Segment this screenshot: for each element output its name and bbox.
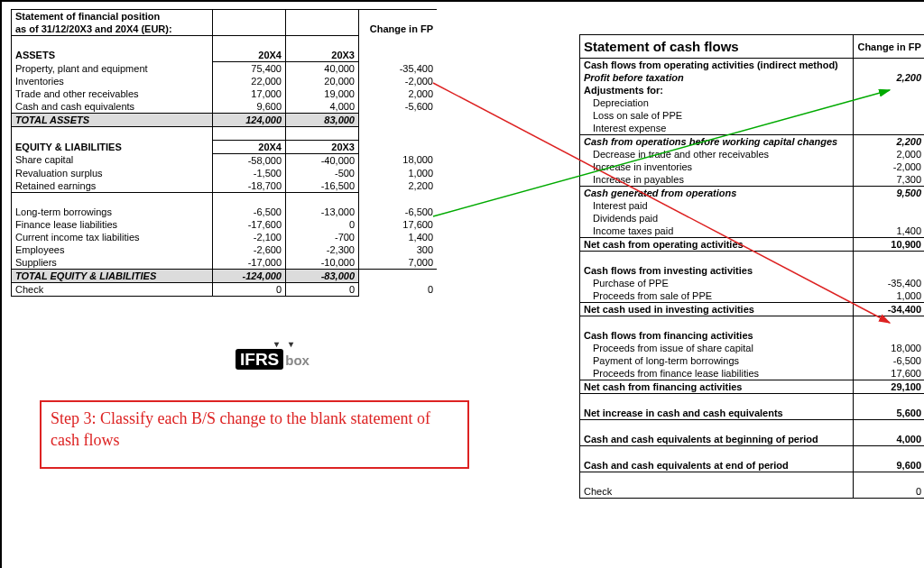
ncfa: Net cash from financing activities — [580, 380, 854, 394]
tr-label: Trade and other receivables — [12, 87, 213, 100]
left-table: Statement of financial position as of 31… — [11, 9, 437, 297]
inv-label: Inventories — [12, 75, 213, 87]
right-table: Statement of cash flowsChange in FP Cash… — [579, 34, 924, 499]
total-assets: TOTAL ASSETS — [12, 114, 213, 127]
sofp-subtitle: as of 31/12/20X3 and 20X4 (EUR): — [12, 23, 213, 36]
total-eq: TOTAL EQUITY & LIABILITIES — [12, 269, 213, 282]
page-container: Statement of financial position as of 31… — [0, 0, 924, 568]
scf-chg-hdr: Change in FP — [854, 35, 924, 59]
assets-hdr: ASSETS — [12, 49, 213, 62]
sofp-title: Statement of financial position — [12, 10, 213, 23]
ncia: Net cash used in investing activities — [580, 303, 854, 316]
ifrsbox-logo: ▾ ▾IFRSbox — [235, 349, 310, 370]
scf-title: Statement of cash flows — [580, 35, 854, 59]
eq-hdr: EQUITY & LIABILITIES — [12, 140, 213, 153]
step3-callout: Step 3: Classify each B/S change to the … — [40, 400, 469, 469]
ncoa: Net cash from operating activities — [580, 238, 854, 252]
ppe-label: Property, plant and equipment — [12, 62, 213, 76]
cash-label: Cash and cash equivalents — [12, 100, 213, 114]
change-fp-hdr: Change in FP — [359, 23, 438, 36]
